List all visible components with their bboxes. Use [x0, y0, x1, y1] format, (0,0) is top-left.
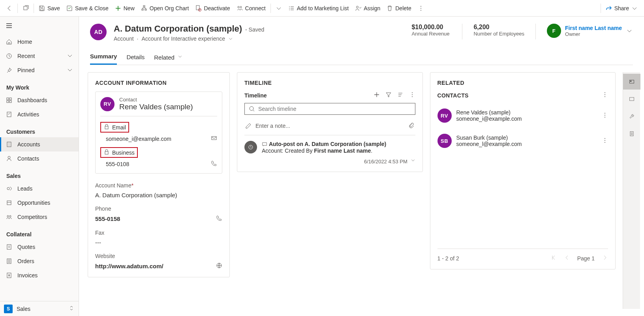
deactivate-label: Deactivate [204, 5, 230, 11]
timeline-search-input[interactable] [258, 106, 411, 112]
svg-point-32 [412, 94, 413, 95]
nav-dashboards[interactable]: Dashboards [0, 93, 79, 107]
lock-icon [103, 149, 110, 156]
chevron-down-icon[interactable] [228, 36, 233, 42]
record-header: AD A. Datum Corporation (sample) - Saved… [79, 17, 644, 65]
svg-rect-16 [9, 101, 11, 103]
nav-contacts[interactable]: Contacts [0, 151, 79, 166]
form-selector[interactable]: Account for Interactive experience [141, 36, 225, 42]
save-button[interactable]: Save [36, 5, 63, 11]
timeline-search[interactable] [244, 103, 415, 115]
owner-block[interactable]: F First name Last name Owner [547, 24, 633, 38]
primary-contact-card[interactable]: RV Contact Rene Valdes (sample) Email [95, 92, 222, 174]
chevron-down-icon [178, 54, 182, 61]
nav-activities[interactable]: Activities [0, 107, 79, 122]
contacts-more-button[interactable] [602, 92, 608, 99]
timeline-add-button[interactable] [374, 92, 380, 99]
nav-pinned[interactable]: Pinned [0, 63, 79, 77]
rail-assistant[interactable] [623, 74, 640, 90]
related-title: RELATED [437, 80, 608, 86]
new-button[interactable]: New [112, 5, 138, 11]
connect-dropdown[interactable] [272, 2, 285, 15]
open-new-window-button[interactable] [19, 2, 32, 15]
timeline-more-button[interactable] [409, 92, 415, 99]
delete-button[interactable]: Delete [383, 5, 414, 11]
rail-documents[interactable] [623, 126, 640, 142]
share-button[interactable]: Share [603, 5, 641, 11]
building-icon [6, 141, 13, 148]
nav-quotes[interactable]: Quotes [0, 240, 79, 254]
save-close-button[interactable]: Save & Close [63, 5, 112, 11]
account-name-field[interactable]: Account Name* A. Datum Corporation (samp… [95, 182, 222, 198]
nav-invoices[interactable]: Invoices [0, 268, 79, 282]
globe-icon[interactable] [216, 262, 222, 270]
timeline-sort-button[interactable] [397, 92, 404, 99]
right-rail [623, 72, 640, 309]
phone-icon[interactable] [216, 215, 222, 223]
tab-summary[interactable]: Summary [90, 49, 117, 65]
timeline-note-input[interactable]: Enter a note... [244, 120, 415, 135]
svg-point-6 [238, 6, 239, 8]
rail-panel[interactable] [623, 91, 640, 107]
hamburger-icon [6, 22, 13, 29]
attach-button[interactable] [408, 122, 415, 129]
svg-point-11 [421, 10, 421, 11]
svg-point-34 [250, 107, 253, 110]
deactivate-button[interactable]: Deactivate [192, 5, 233, 11]
order-icon [6, 258, 13, 265]
pager-prev[interactable] [564, 254, 570, 262]
nav-competitors[interactable]: Competitors [0, 210, 79, 224]
nav-leads[interactable]: Leads [0, 181, 79, 196]
account-info-card: ACCOUNT INFORMATION RV Contact Rene Vald… [88, 72, 230, 277]
mail-icon[interactable] [211, 135, 217, 142]
open-org-chart-button[interactable]: Open Org Chart [138, 5, 192, 11]
nav-accounts[interactable]: Accounts [0, 137, 79, 151]
contact-item[interactable]: SBSusan Burk (sample)someone_l@example.c… [437, 130, 608, 155]
timeline-item[interactable]: Auto-post on A. Datum Corporation (sampl… [244, 141, 415, 165]
save-close-icon [66, 5, 73, 11]
chevron-down-icon[interactable] [411, 157, 415, 163]
svg-point-37 [605, 92, 605, 93]
svg-rect-29 [105, 151, 108, 154]
website-field[interactable]: Website http://www.adatum.com/ [95, 253, 222, 270]
pager-first[interactable] [550, 254, 557, 262]
svg-rect-0 [24, 6, 27, 10]
owner-avatar: F [547, 24, 561, 38]
delete-icon [387, 5, 393, 11]
home-icon [6, 38, 13, 45]
back-button[interactable] [3, 2, 16, 15]
contact-email: someone_i@example.com [456, 116, 522, 122]
timeline-card: TIMELINE Timeline [237, 72, 423, 172]
nav-activities-label: Activities [17, 111, 39, 118]
chevron-down-icon[interactable] [626, 28, 633, 34]
nav-orders-label: Orders [17, 258, 34, 264]
nav-recent[interactable]: Recent [0, 49, 79, 63]
form-tabs: Summary Details Related [90, 49, 633, 65]
nav-opportunities[interactable]: Opportunities [0, 196, 79, 210]
contact-more-button[interactable] [602, 137, 608, 145]
fax-field[interactable]: Fax --- [95, 230, 222, 246]
contact-name: Susan Burk (sample) [456, 135, 522, 141]
lock-icon [103, 123, 110, 131]
timeline-filter-button[interactable] [385, 92, 392, 99]
phone-icon[interactable] [211, 160, 217, 168]
contact-item[interactable]: RVRene Valdes (sample)someone_i@example.… [437, 105, 608, 130]
phone-field[interactable]: Phone 555-0158 [95, 206, 222, 223]
nav-orders[interactable]: Orders [0, 254, 79, 268]
connect-button[interactable]: Connect [233, 5, 269, 11]
share-label: Share [614, 5, 629, 11]
nav-home[interactable]: Home [0, 35, 79, 49]
rail-tools[interactable] [623, 108, 640, 124]
hamburger-button[interactable] [0, 17, 79, 35]
pager-page: Page 1 [577, 255, 595, 262]
tab-details[interactable]: Details [126, 50, 145, 64]
related-card: RELATED CONTACTS RVRene Valdes (sample)s… [430, 72, 616, 269]
tab-related[interactable]: Related [154, 49, 182, 65]
contact-more-button[interactable] [602, 112, 608, 120]
pager-next[interactable] [602, 254, 608, 262]
add-marketing-button[interactable]: Add to Marketing List [285, 5, 352, 11]
overflow-menu[interactable] [415, 2, 427, 15]
nav-pinned-label: Pinned [17, 67, 35, 73]
area-switcher[interactable]: S Sales [0, 301, 79, 316]
assign-button[interactable]: Assign [352, 5, 383, 11]
